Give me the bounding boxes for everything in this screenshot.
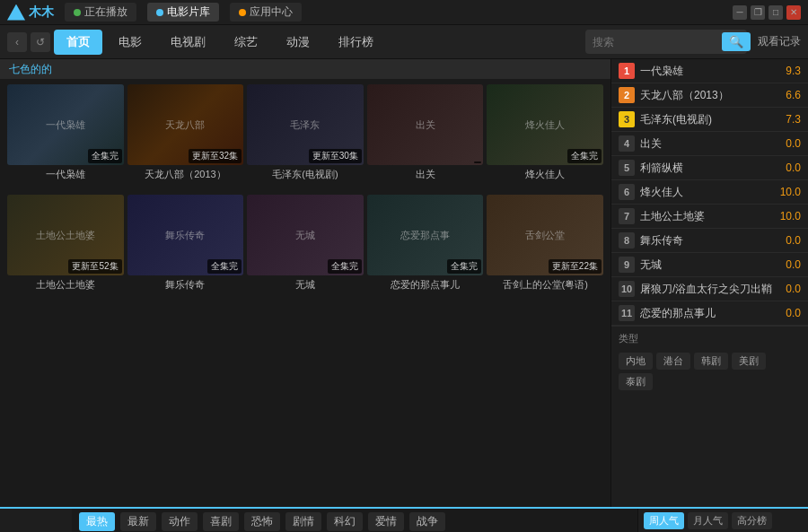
rank-score-3: 7.3 [774, 113, 801, 126]
rank-score-4: 0.0 [774, 137, 801, 150]
bottom-content: 最热 最新 动作 喜剧 恐怖 剧情 科幻 爱情 战争 逃身 逃身·迷身代言 [72, 509, 637, 532]
app-logo: 木木 [7, 4, 54, 21]
movie-badge-7: 全集完 [207, 259, 242, 274]
movie-item-4[interactable]: 出关 出关 [367, 84, 484, 184]
maximize-button[interactable]: □ [768, 5, 783, 20]
filter-tag-us[interactable]: 美剧 [732, 353, 766, 370]
bottom-right-rank: 周人气 月人气 高分榜 1 风暴 8.3 2 警察故事2013 7.0 [637, 509, 808, 532]
movie-title-6: 土地公土地婆 [7, 275, 124, 294]
movie-item-2[interactable]: 天龙八部 更新至32集 天龙八部（2013） [127, 84, 244, 184]
movie-thumb-8: 无城 全集完 [247, 195, 364, 275]
title-bar: 木木 正在播放 电影片库 应用中心 ─ ❐ □ ✕ [0, 0, 808, 25]
bottom-tab-comedy[interactable]: 喜剧 [203, 512, 239, 531]
watch-record[interactable]: 观看记录 [758, 34, 801, 49]
rank-title-6: 烽火佳人 [640, 185, 774, 200]
title-tab-playing[interactable]: 正在播放 [65, 3, 136, 22]
rank-num-9: 9 [619, 257, 635, 273]
nav-tab-anime[interactable]: 动漫 [274, 30, 322, 55]
movie-item-7[interactable]: 舞乐传奇 全集完 舞乐传奇 [127, 195, 244, 294]
movie-row-2: 土地公土地婆 更新至52集 土地公土地婆 舞乐传奇 全集完 舞乐传奇 [0, 189, 610, 294]
movie-thumb-7: 舞乐传奇 全集完 [127, 195, 244, 275]
rank-item-8[interactable]: 8 舞乐传奇 0.0 [611, 229, 808, 253]
rank-title-10: 屠狼刀/浴血太行之尖刀出鞘 [640, 282, 774, 297]
movie-badge-2: 更新至32集 [189, 149, 242, 163]
bottom-tabs-row: 最热 最新 动作 喜剧 恐怖 剧情 科幻 爱情 战争 [72, 509, 637, 532]
rank-item-4[interactable]: 4 出关 0.0 [611, 132, 808, 156]
rank-title-3: 毛泽东(电视剧) [640, 112, 774, 127]
rank-item-3[interactable]: 3 毛泽东(电视剧) 7.3 [611, 108, 808, 132]
rank-item-11[interactable]: 11 恋爱的那点事儿 0.0 [611, 301, 808, 326]
close-button[interactable]: ✕ [786, 5, 801, 20]
movie-item-3[interactable]: 毛泽东 更新至30集 毛泽东(电视剧) [247, 84, 364, 184]
rank-item-7[interactable]: 7 土地公土地婆 10.0 [611, 205, 808, 229]
rank-score-1: 9.3 [774, 65, 801, 77]
bottom-tab-new[interactable]: 最新 [120, 512, 156, 531]
movie-thumb-6: 土地公土地婆 更新至52集 [7, 195, 124, 275]
nav-tab-tv[interactable]: 电视剧 [158, 30, 218, 55]
bottom-section-title[interactable]: 电影 [0, 509, 72, 532]
nav-tab-movies[interactable]: 电影 [106, 30, 154, 55]
bottom-tab-war[interactable]: 战争 [409, 512, 445, 531]
title-tab-library[interactable]: 电影片库 [147, 3, 219, 22]
rank-num-11: 11 [619, 305, 635, 321]
movie-item-5[interactable]: 烽火佳人 全集完 烽火佳人 [487, 84, 603, 184]
back-button[interactable]: ‹ [7, 32, 27, 52]
refresh-button[interactable]: ↺ [31, 32, 50, 52]
rank-item-2[interactable]: 2 天龙八部（2013） 6.6 [611, 83, 808, 108]
filter-tag-thai[interactable]: 泰剧 [619, 373, 653, 390]
minimize-button[interactable]: ─ [733, 5, 747, 20]
filter-label: 类型 [619, 332, 638, 345]
window-controls: ─ ❐ □ ✕ [733, 5, 801, 20]
bottom-rank-tab-top[interactable]: 高分榜 [732, 512, 772, 529]
movie-thumb-1: 一代枭雄 全集完 [7, 84, 124, 165]
bottom-rank-tab-monthly[interactable]: 月人气 [688, 512, 728, 529]
bottom-tab-drama[interactable]: 剧情 [285, 512, 321, 531]
logo-icon [7, 4, 25, 21]
movie-title-2: 天龙八部（2013） [127, 165, 244, 184]
rank-item-5[interactable]: 5 利箭纵横 0.0 [611, 156, 808, 180]
rank-title-1: 一代枭雄 [640, 64, 774, 79]
movie-thumb-3: 毛泽东 更新至30集 [247, 84, 364, 165]
bottom-tab-scifi[interactable]: 科幻 [327, 512, 363, 531]
search-button[interactable]: 🔍 [722, 32, 751, 51]
rank-num-10: 10 [619, 281, 635, 297]
restore-button[interactable]: ❐ [751, 5, 765, 20]
movie-item-1[interactable]: 一代枭雄 全集完 一代枭雄 [7, 84, 124, 184]
filter-tag-korean[interactable]: 韩剧 [694, 353, 728, 370]
rank-item-10[interactable]: 10 屠狼刀/浴血太行之尖刀出鞘 0.0 [611, 277, 808, 301]
bottom-tab-horror[interactable]: 恐怖 [244, 512, 280, 531]
search-input[interactable] [593, 36, 718, 48]
rank-score-6: 10.0 [774, 186, 801, 198]
movie-badge-8: 全集完 [328, 259, 362, 274]
title-tab-apps[interactable]: 应用中心 [230, 3, 302, 22]
movie-thumb-2: 天龙八部 更新至32集 [127, 84, 244, 165]
playing-dot [74, 9, 81, 16]
bottom-rank-tab-weekly[interactable]: 周人气 [644, 512, 684, 529]
movie-title-3: 毛泽东(电视剧) [247, 165, 364, 184]
rank-num-7: 7 [619, 208, 635, 224]
rank-item-6[interactable]: 6 烽火佳人 10.0 [611, 180, 808, 205]
rank-item-1[interactable]: 1 一代枭雄 9.3 [611, 59, 808, 83]
rank-num-1: 1 [619, 63, 635, 79]
movie-item-8[interactable]: 无城 全集完 无城 [247, 195, 364, 294]
movie-title-9: 恋爱的那点事儿 [367, 275, 484, 294]
nav-tab-variety[interactable]: 综艺 [222, 30, 270, 55]
rank-item-9[interactable]: 9 无城 0.0 [611, 253, 808, 277]
filter-tag-inland[interactable]: 内地 [619, 353, 653, 370]
movie-item-10[interactable]: 舌剑公堂 更新至22集 舌剑上的公堂(粤语) [487, 195, 603, 294]
nav-tab-rank[interactable]: 排行榜 [326, 30, 386, 55]
movie-title-5: 烽火佳人 [487, 165, 603, 184]
right-sidebar: 1 一代枭雄 9.3 2 天龙八部（2013） 6.6 3 毛泽东(电视剧) 7… [610, 59, 808, 507]
rank-score-7: 10.0 [774, 210, 801, 222]
nav-tab-home[interactable]: 首页 [54, 30, 102, 55]
bottom-tab-action[interactable]: 动作 [162, 512, 198, 531]
movie-item-9[interactable]: 恋爱那点事 全集完 恋爱的那点事儿 [367, 195, 484, 294]
bottom-tab-hot[interactable]: 最热 [79, 512, 115, 531]
filter-tag-hktw[interactable]: 港台 [656, 353, 690, 370]
rank-num-8: 8 [619, 232, 635, 249]
bottom-tab-romance[interactable]: 爱情 [368, 512, 404, 531]
movie-item-6[interactable]: 土地公土地婆 更新至52集 土地公土地婆 [7, 195, 124, 294]
movie-badge-3: 更新至30集 [309, 149, 362, 163]
rank-title-11: 恋爱的那点事儿 [640, 306, 774, 321]
content-panel: 七色的的 一代枭雄 全集完 一代枭雄 天龙八部 更新至 [0, 59, 610, 507]
